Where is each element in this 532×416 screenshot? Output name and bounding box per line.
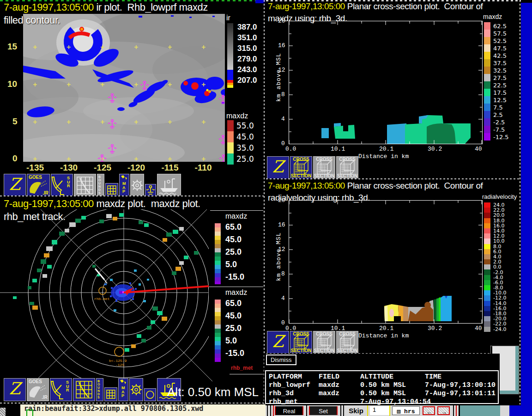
legend-title: maxdz	[225, 288, 247, 297]
ytick: 10	[7, 79, 17, 89]
xtick: -115	[162, 163, 179, 173]
satellite-image[interactable]	[23, 14, 225, 162]
zebra-logo-button[interactable]: Z	[267, 331, 289, 354]
maxdz-colorbar-title: maxdz	[226, 112, 248, 120]
zebra-logo-button[interactable]: Z	[267, 156, 289, 179]
xsec-maxdz-plot[interactable]	[289, 21, 483, 144]
table-row: rhb_lowprfmaxdz 0.50 km MSL7-Aug-97,13:0…	[266, 381, 498, 390]
scrollbar-stub[interactable]	[0, 408, 6, 416]
sur-radar-button[interactable]: SUR	[51, 174, 73, 197]
table-header: PLATFORMFIELD ALTITUDETIME	[266, 373, 498, 381]
contour-radialvelocity	[384, 296, 452, 323]
title-timestamp: 7-aug-1997,13:05:00	[268, 1, 345, 11]
xtick: 10.1	[331, 146, 345, 153]
track-line	[124, 285, 222, 293]
right-divider	[520, 0, 520, 404]
time-controls: Real Time Set Time Skip 1 ▤ hrs ← →	[266, 405, 521, 416]
hrs-button[interactable]: ▤ hrs	[392, 406, 420, 415]
toolbar-xsec: Z CROSS SECTION CROSS SECTION CROSS SECT…	[267, 156, 521, 179]
ir-colorbar-labels: 387.0351.0 315.0279.0 243.0207.0	[237, 22, 257, 86]
contour-maxdz	[321, 115, 471, 144]
map-button[interactable]: MAP	[119, 174, 129, 197]
gear-icon	[130, 379, 143, 401]
wind-vector	[95, 269, 107, 283]
zebra-logo-button[interactable]: Z	[4, 378, 26, 401]
xtick: 30.2	[428, 146, 442, 153]
maxdz-colorbar: 55.045.035.025.0	[227, 120, 254, 165]
ytick: 16	[278, 221, 285, 228]
panel-title: 7-aug-1997,13:05:00 Planar cross-section…	[268, 181, 483, 191]
cross-section-button[interactable]: CROSS SECTION	[313, 331, 335, 354]
cross-section-button[interactable]: CROSS SECTION	[336, 156, 358, 179]
maxdz-colorbar: 62.557.552.547.542.537.532.527.522.517.5…	[484, 22, 509, 141]
ir-colorbar	[227, 23, 233, 88]
goes-ir-button[interactable]: GOES .IR	[27, 174, 50, 197]
ytick: 4	[281, 116, 285, 122]
skip-value-field[interactable]: 1	[370, 406, 390, 415]
gear-button[interactable]	[130, 174, 144, 197]
divider-under-tr	[266, 178, 520, 179]
ytick: 5	[12, 116, 18, 127]
track-label: rhb_met	[231, 365, 253, 371]
ship-button[interactable]	[157, 174, 181, 197]
command-line[interactable]: rain:beaufait:332>xdump.all 970806.1305.…	[20, 404, 266, 416]
text-cursor	[26, 410, 33, 416]
set-time-button[interactable]: Set Time	[309, 406, 338, 415]
cross-section-button-active[interactable]: CROSS SECTION	[290, 156, 312, 179]
small-grid-icon	[105, 388, 117, 401]
radar-grid-button[interactable]	[74, 174, 96, 197]
table-row: rhb_3dmaxdz 0.50 km MSL7-Aug-97,13:01:11	[266, 390, 498, 398]
xtick: 40	[475, 146, 482, 153]
zebra-logo-icon: Z	[4, 379, 25, 398]
dismiss-button[interactable]: Dismiss	[266, 355, 296, 365]
buoy-icon	[145, 184, 156, 196]
ytick: 0	[281, 140, 285, 147]
bounds-button[interactable]: BOUNDS	[96, 378, 103, 401]
buoy-button[interactable]	[145, 184, 156, 197]
zebra-logo-icon: Z	[267, 157, 289, 176]
title-timestamp: 7-aug-1997,13:05:00	[268, 181, 345, 190]
panel-ppi: 7-aug-1997,13:05:00 maxdz plot. maxdz pl…	[0, 196, 263, 402]
step-forward-button[interactable]: →	[437, 406, 450, 415]
cross-section-button[interactable]: CROSS SECTION	[313, 156, 335, 179]
title-timestamp: 7-aug-1997,13:05:00	[4, 198, 94, 209]
cross-section-button[interactable]: CROSS SECTION	[336, 331, 358, 354]
sur-radar-button[interactable]: SUR	[50, 378, 72, 401]
waypoint-marker: b<-125-9 -125	[109, 347, 127, 367]
xtick: -110	[195, 163, 212, 173]
command-text: rain:beaufait:332>xdump.all 970806.1305.…	[24, 404, 203, 413]
small-grid-button[interactable]	[105, 183, 118, 197]
panel-xsec-maxdz: 7-aug-1997,13:05:00 Planar cross-section…	[266, 0, 521, 179]
small-grid-button[interactable]	[104, 387, 117, 401]
goes-ir-button[interactable]: GOES .IR	[27, 378, 49, 401]
zebra-logo-button[interactable]: Z	[4, 174, 26, 197]
panel-ir-plot: 7-aug-1997,13:05:00 ir plot. Rhb_lowprf …	[0, 0, 263, 196]
panel-xsec-radial: 7-aug-1997,13:05:00 Planar cross-section…	[266, 179, 521, 354]
zebra-logo-icon: Z	[267, 332, 289, 351]
gear-button[interactable]	[129, 378, 143, 401]
platform-marker-rhbmet: rhb-met	[94, 287, 110, 301]
ppi-legend-2: maxdz 65.045.0 25.05.0 -15.0	[209, 284, 263, 367]
small-grid-icon	[106, 184, 118, 196]
cross-section-button-active[interactable]: CROSS SECTION	[290, 331, 312, 354]
circle-button[interactable]	[144, 388, 156, 401]
xsec-radial-plot[interactable]	[289, 200, 483, 324]
platform-status-table: PLATFORMFIELD ALTITUDETIME rhb_lowprfmax…	[265, 370, 499, 404]
panel-title: 7-aug-1997,13:05:00 Planar cross-section…	[268, 1, 483, 12]
legend-values: 65.045.0 25.05.0 -15.0	[225, 221, 244, 283]
legend-title: maxdz	[225, 212, 247, 220]
radialvelocity-colorbar: 24.022.020.018.016.014.012.010.08.06.04.…	[484, 202, 506, 332]
radar-grid-button[interactable]	[73, 378, 95, 401]
xtick: -135	[26, 163, 44, 173]
bounds-button[interactable]: BOUNDS	[97, 174, 104, 197]
ytick: 15	[7, 42, 17, 52]
real-time-button[interactable]: Real Time	[275, 406, 303, 415]
hrs-icon: ▤	[397, 408, 400, 415]
step-back-button[interactable]: ←	[423, 406, 435, 415]
center-divider	[264, 0, 265, 404]
progress-strip	[459, 405, 502, 416]
xtick: 0.0	[285, 146, 296, 153]
map-button[interactable]: MAP	[118, 378, 128, 401]
skip-label: Skip	[346, 406, 366, 415]
yaxis-label: km above MSL	[275, 53, 282, 102]
